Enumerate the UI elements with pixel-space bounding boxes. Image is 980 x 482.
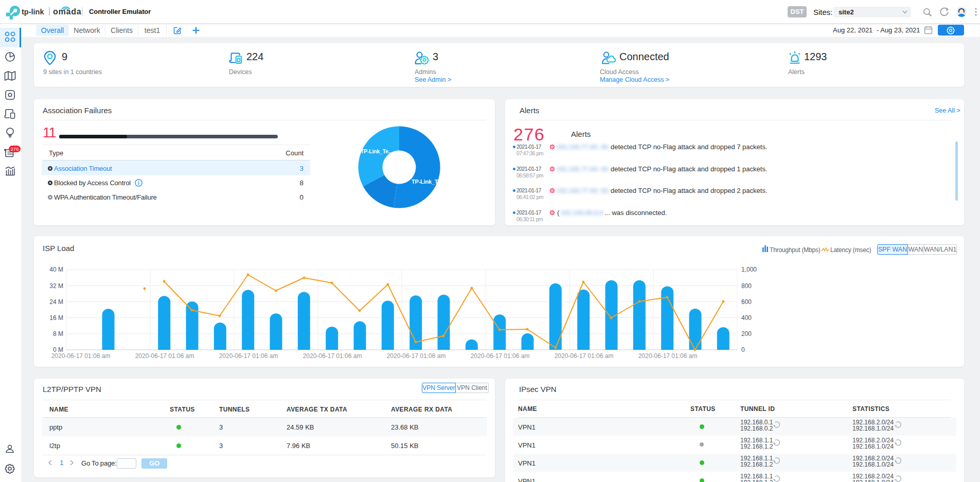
svg-text:TP-Link_Te...: TP-Link_Te... xyxy=(361,148,393,154)
svg-text:2020-06-17 01:06 am: 2020-06-17 01:06 am xyxy=(387,352,446,360)
svg-text:600: 600 xyxy=(741,298,752,306)
svg-text:2020-06-17 01:06 am: 2020-06-17 01:06 am xyxy=(51,352,111,360)
svg-text:2020-06-17 01:06 am: 2020-06-17 01:06 am xyxy=(135,352,194,360)
svg-text:1,000: 1,000 xyxy=(741,266,757,273)
svg-text:40 M: 40 M xyxy=(49,266,63,273)
svg-text:800: 800 xyxy=(741,282,752,290)
svg-text:2020-06-17 01:06 am: 2020-06-17 01:06 am xyxy=(219,352,278,360)
svg-text:0: 0 xyxy=(741,346,745,353)
svg-text:8 M: 8 M xyxy=(53,330,63,337)
svg-text:2020-06-17 01:06 am: 2020-06-17 01:06 am xyxy=(303,352,362,360)
svg-text:200: 200 xyxy=(741,330,752,337)
svg-text:2020-06-17 01:06 am: 2020-06-17 01:06 am xyxy=(638,352,698,360)
svg-text:24 M: 24 M xyxy=(49,298,63,306)
svg-text:16 M: 16 M xyxy=(49,314,63,322)
svg-text:TP-Link_Te...: TP-Link_Te... xyxy=(412,178,445,185)
svg-text:2020-06-17 01:06 am: 2020-06-17 01:06 am xyxy=(555,352,614,360)
svg-text:400: 400 xyxy=(741,314,752,322)
svg-text:2020-06-17 01:06 am: 2020-06-17 01:06 am xyxy=(471,352,530,360)
svg-text:32 M: 32 M xyxy=(49,282,63,290)
